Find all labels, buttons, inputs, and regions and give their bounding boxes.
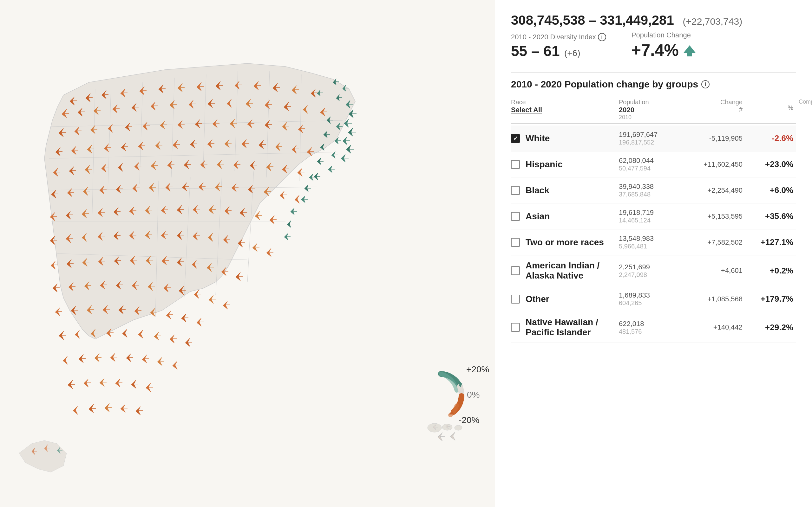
pop-2010: 2,247,098 xyxy=(619,271,689,279)
table-row[interactable]: Other 1,689,833 604,265 +1,085,568 +179.… xyxy=(511,286,796,312)
pop-change-label: Population Change xyxy=(631,31,696,39)
race-name: Other xyxy=(525,294,549,304)
table-row[interactable]: Two or more races 13,548,983 5,966,481 +… xyxy=(511,229,796,256)
divider-1 xyxy=(511,72,796,72)
change-num: +5,153,595 xyxy=(689,212,746,221)
race-checkbox[interactable] xyxy=(511,186,520,195)
change-num: +1,085,568 xyxy=(689,295,746,303)
compare-cell xyxy=(797,321,812,333)
pop-2020: 13,548,983 xyxy=(619,234,689,243)
compare-cell xyxy=(797,293,812,305)
pop-2010: 37,685,848 xyxy=(619,191,689,198)
pop-change-pct: +7.4% xyxy=(631,41,679,60)
pop-2020: 2,251,699 xyxy=(619,263,689,271)
compare-cell xyxy=(797,236,812,248)
change-pct: +127.1% xyxy=(746,237,797,247)
pop-2020: 191,697,647 xyxy=(619,130,689,139)
pop-2010: 481,576 xyxy=(619,328,689,335)
svg-marker-26 xyxy=(683,45,696,56)
pop-cell: 19,618,719 14,465,124 xyxy=(619,209,689,224)
population-range-text: 308,745,538 – 331,449,281 xyxy=(511,13,674,27)
change-pct: +6.0% xyxy=(746,185,797,195)
change-pct: +29.2% xyxy=(746,323,797,332)
diversity-block: 2010 - 2020 Diversity Index i 55 – 61 (+… xyxy=(511,33,606,60)
pop-2020: 39,940,338 xyxy=(619,182,689,191)
race-cell: White xyxy=(511,133,619,144)
pop-cell: 13,548,983 5,966,481 xyxy=(619,234,689,250)
svg-text:0%: 0% xyxy=(467,390,479,400)
race-cell: Asian xyxy=(511,211,619,222)
diversity-value: 55 – 61 (+6) xyxy=(511,43,606,60)
change-pct: -2.6% xyxy=(746,133,797,143)
diversity-change: (+6) xyxy=(564,48,580,58)
race-cell: American Indian / Alaska Native xyxy=(511,261,619,281)
change-pct: +0.2% xyxy=(746,266,797,276)
col-race-header: Race Select All xyxy=(511,99,619,121)
change-pct: +23.0% xyxy=(746,159,797,169)
pop-cell: 1,689,833 604,265 xyxy=(619,291,689,307)
pop-change-block: Population Change +7.4% xyxy=(631,31,696,60)
pop-2020: 1,689,833 xyxy=(619,291,689,299)
table-body: White 191,697,647 196,817,552 -5,119,905… xyxy=(511,125,796,343)
race-checkbox[interactable] xyxy=(511,295,520,303)
svg-text:-20%: -20% xyxy=(459,415,479,425)
col-change-num-header: Change # xyxy=(689,99,746,121)
race-checkbox[interactable] xyxy=(511,212,520,221)
svg-text:+20%: +20% xyxy=(466,364,489,374)
race-name: American Indian / Alaska Native xyxy=(525,261,619,281)
race-name: Black xyxy=(525,185,549,195)
map-panel: +20% 0% -20% xyxy=(0,0,495,507)
compare-cell xyxy=(797,184,812,196)
table-row[interactable]: American Indian / Alaska Native 2,251,69… xyxy=(511,256,796,286)
table-row[interactable]: White 191,697,647 196,817,552 -5,119,905… xyxy=(511,125,796,152)
race-checkbox[interactable] xyxy=(511,160,520,169)
compare-cell xyxy=(797,265,812,277)
race-checkbox[interactable] xyxy=(511,323,520,332)
change-num: +2,254,490 xyxy=(689,186,746,194)
change-num: -5,119,905 xyxy=(689,134,746,143)
pop-2020: 62,080,044 xyxy=(619,157,689,165)
pop-2010: 50,477,594 xyxy=(619,165,689,172)
diversity-info-icon[interactable]: i xyxy=(598,33,606,41)
table-header: Race Select All Population 2020 2010 Cha… xyxy=(511,96,796,124)
race-name: Two or more races xyxy=(525,237,604,247)
change-num: +11,602,450 xyxy=(689,160,746,169)
change-pct: +179.7% xyxy=(746,294,797,304)
pop-change-arrow-icon xyxy=(683,44,696,56)
pop-cell: 2,251,699 2,247,098 xyxy=(619,263,689,279)
compare-cell xyxy=(797,158,812,170)
change-num: +7,582,502 xyxy=(689,238,746,246)
race-cell: Two or more races xyxy=(511,237,619,247)
section-info-icon[interactable]: i xyxy=(701,80,710,89)
race-name: Hispanic xyxy=(525,159,563,170)
table-row[interactable]: Native Hawaiian / Pacific Islander 622,0… xyxy=(511,312,796,343)
diversity-label: 2010 - 2020 Diversity Index i xyxy=(511,33,606,41)
table-row[interactable]: Hispanic 62,080,044 50,477,594 +11,602,4… xyxy=(511,152,796,177)
race-checkbox[interactable] xyxy=(511,238,520,247)
race-name: Asian xyxy=(525,211,550,222)
compare-cell xyxy=(797,210,812,222)
col-change-pct-header: % xyxy=(746,99,797,121)
table-row[interactable]: Asian 19,618,719 14,465,124 +5,153,595 +… xyxy=(511,204,796,229)
col-compare-header: Compare to all races xyxy=(797,99,812,121)
race-checkbox[interactable] xyxy=(511,266,520,275)
section-title: 2010 - 2020 Population change by groups … xyxy=(511,79,796,90)
change-num: +4,601 xyxy=(689,267,746,275)
pop-2020: 19,618,719 xyxy=(619,209,689,217)
race-cell: Other xyxy=(511,294,619,304)
change-pct: +35.6% xyxy=(746,211,797,221)
pop-2010: 604,265 xyxy=(619,299,689,307)
pop-2010: 14,465,124 xyxy=(619,217,689,224)
pop-cell: 191,697,647 196,817,552 xyxy=(619,130,689,146)
pop-cell: 622,018 481,576 xyxy=(619,320,689,335)
col-population-header: Population 2020 2010 xyxy=(619,99,689,121)
race-cell: Native Hawaiian / Pacific Islander xyxy=(511,317,619,337)
metrics-row: 2010 - 2020 Diversity Index i 55 – 61 (+… xyxy=(511,31,796,60)
svg-point-25 xyxy=(455,425,462,430)
population-change-inline: (+22,703,743) xyxy=(683,16,743,26)
race-checkbox[interactable] xyxy=(511,134,520,143)
race-cell: Black xyxy=(511,185,619,195)
select-all-link[interactable]: Select All xyxy=(511,106,542,114)
change-num: +140,442 xyxy=(689,323,746,331)
table-row[interactable]: Black 39,940,338 37,685,848 +2,254,490 +… xyxy=(511,177,796,204)
